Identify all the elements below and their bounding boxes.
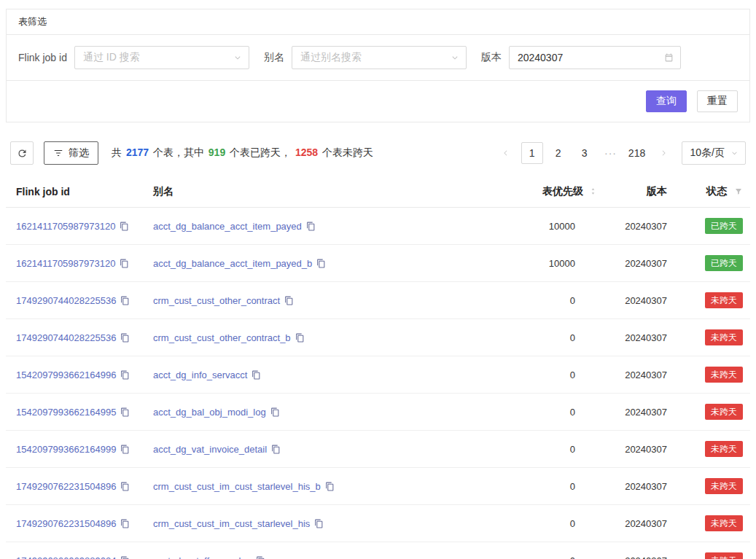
query-button[interactable]: 查询 xyxy=(646,90,687,112)
alias-select[interactable]: 通过别名搜索 xyxy=(292,46,467,69)
pagination-top: 1 2 3 ··· 218 xyxy=(495,142,674,164)
chevron-down-icon xyxy=(233,53,242,62)
version-date-input[interactable]: 20240307 xyxy=(509,46,681,69)
copy-icon[interactable] xyxy=(314,519,324,528)
filter-toggle-button[interactable]: 筛选 xyxy=(44,141,98,165)
alias-link[interactable]: acct_dg_vat_invoice_detail xyxy=(153,444,267,455)
job-id-link[interactable]: 1542097993662164996 xyxy=(16,370,116,380)
version-cell: 20240307 xyxy=(604,245,674,282)
table-row: 1621411705987973120 acct_dg_balance_acct… xyxy=(6,208,750,245)
version-cell: 20240307 xyxy=(604,319,674,356)
copy-icon[interactable] xyxy=(120,370,130,380)
job-id-select[interactable]: 通过 ID 搜索 xyxy=(74,46,249,69)
status-badge: 未跨天 xyxy=(705,441,743,457)
job-id-link[interactable]: 1749290762231504896 xyxy=(16,481,116,492)
reset-button[interactable]: 重置 xyxy=(697,90,738,112)
job-id-link[interactable]: 1621411705987973120 xyxy=(16,221,115,232)
job-id-link[interactable]: 1542097993662164995 xyxy=(16,407,116,418)
col-header-job-id: Flink job id xyxy=(6,176,146,208)
alias-link[interactable]: acct_dg_balance_acct_item_payed xyxy=(153,221,302,232)
copy-icon[interactable] xyxy=(325,482,335,491)
table-row: 1749290866069889024 acct_dg_staff_oper_l… xyxy=(6,542,750,559)
copy-icon[interactable] xyxy=(120,556,130,559)
alias-link[interactable]: crm_cust_cust_im_cust_starlevel_his_b xyxy=(153,481,321,492)
copy-icon[interactable] xyxy=(120,333,130,343)
copy-icon[interactable] xyxy=(316,259,326,268)
next-page-button[interactable] xyxy=(652,142,674,164)
alias-link[interactable]: acct_dg_info_servacct xyxy=(153,370,247,380)
col-header-status: 状态 xyxy=(706,185,727,197)
table-row: 1542097993662164999 acct_dg_vat_invoice_… xyxy=(6,431,750,468)
job-id-link[interactable]: 1749290744028225536 xyxy=(16,332,116,343)
copy-icon[interactable] xyxy=(271,445,281,454)
version-cell: 20240307 xyxy=(604,468,674,505)
copy-icon[interactable] xyxy=(256,556,265,559)
summary-text: 个表未跨天 xyxy=(319,146,373,158)
job-id-link[interactable]: 1621411705987973120 xyxy=(16,258,115,269)
version-cell: 20240307 xyxy=(604,542,674,559)
table-row: 1749290744028225536 crm_cust_cust_other_… xyxy=(6,319,750,356)
chevron-down-icon xyxy=(730,149,739,157)
tables-table: Flink job id 别名 表优先级 版本 状态 1621411705987… xyxy=(6,176,750,559)
copy-icon[interactable] xyxy=(295,333,305,343)
job-id-link[interactable]: 1542097993662164999 xyxy=(16,444,116,455)
filter-toggle-label: 筛选 xyxy=(69,146,89,160)
copy-icon[interactable] xyxy=(120,259,129,268)
filter-panel: 表筛选 Flink job id 通过 ID 搜索 别名 通过别名搜索 版本 2… xyxy=(6,9,750,122)
filter-icon xyxy=(53,148,63,158)
page-button-1[interactable]: 1 xyxy=(521,142,543,164)
copy-icon[interactable] xyxy=(270,407,280,417)
job-id-placeholder: 通过 ID 搜索 xyxy=(83,51,140,64)
priority-cell: 10000 xyxy=(424,208,604,245)
table-header-row: Flink job id 别名 表优先级 版本 状态 xyxy=(6,176,750,208)
col-header-alias: 别名 xyxy=(146,176,424,208)
copy-icon[interactable] xyxy=(120,519,130,528)
status-badge: 未跨天 xyxy=(705,552,743,559)
alias-link[interactable]: acct_dg_bal_obj_modi_log xyxy=(153,407,266,418)
copy-icon[interactable] xyxy=(120,445,130,454)
copy-icon[interactable] xyxy=(120,296,130,305)
page-button-last[interactable]: 218 xyxy=(626,142,648,164)
page-size-select[interactable]: 10条/页 xyxy=(682,141,746,165)
copy-icon[interactable] xyxy=(284,296,294,305)
alias-label: 别名 xyxy=(264,51,284,64)
priority-cell: 0 xyxy=(424,542,604,559)
job-id-link[interactable]: 1749290866069889024 xyxy=(16,555,116,559)
calendar-icon xyxy=(664,53,674,63)
status-badge: 未跨天 xyxy=(705,404,743,420)
alias-link[interactable]: acct_dg_staff_oper_log xyxy=(153,555,252,559)
page-button-3[interactable]: 3 xyxy=(574,142,596,164)
table-row: 1621411705987973120 acct_dg_balance_acct… xyxy=(6,245,750,282)
version-cell: 20240307 xyxy=(604,208,674,245)
alias-link[interactable]: crm_cust_cust_other_contract_b xyxy=(153,332,291,343)
column-filter-icon[interactable] xyxy=(734,187,743,196)
alias-link[interactable]: crm_cust_cust_im_cust_starlevel_his xyxy=(153,518,310,529)
copy-icon[interactable] xyxy=(120,482,130,491)
alias-link[interactable]: acct_dg_balance_acct_item_payed_b xyxy=(153,258,312,269)
table-toolbar: 筛选 共 2177 个表，其中 919 个表已跨天， 1258 个表未跨天 1 … xyxy=(10,141,746,165)
alias-placeholder: 通过别名搜索 xyxy=(300,51,362,64)
page-size-value: 10条/页 xyxy=(690,146,725,160)
refresh-button[interactable] xyxy=(10,141,34,165)
copy-icon[interactable] xyxy=(306,222,316,231)
version-cell: 20240307 xyxy=(604,282,674,319)
copy-icon[interactable] xyxy=(120,222,129,231)
prev-page-button[interactable] xyxy=(495,142,517,164)
alias-link[interactable]: crm_cust_cust_other_contract xyxy=(153,295,280,306)
version-label: 版本 xyxy=(481,51,502,64)
job-id-link[interactable]: 1749290744028225536 xyxy=(16,295,116,306)
page-ellipsis[interactable]: ··· xyxy=(600,142,622,164)
job-id-label: Flink job id xyxy=(18,52,67,63)
table-row: 1749290744028225536 crm_cust_cust_other_… xyxy=(6,282,750,319)
status-badge: 未跨天 xyxy=(705,329,743,345)
copy-icon[interactable] xyxy=(252,370,261,380)
table-summary: 共 2177 个表，其中 919 个表已跨天， 1258 个表未跨天 xyxy=(112,146,373,160)
job-id-link[interactable]: 1749290762231504896 xyxy=(16,518,116,529)
sort-icon[interactable] xyxy=(589,187,597,196)
table-row: 1749290762231504896 crm_cust_cust_im_cus… xyxy=(6,505,750,542)
chevron-down-icon xyxy=(451,53,459,62)
page-button-2[interactable]: 2 xyxy=(547,142,569,164)
table-row: 1542097993662164995 acct_dg_bal_obj_modi… xyxy=(6,394,750,431)
copy-icon[interactable] xyxy=(120,407,130,417)
priority-cell: 10000 xyxy=(424,245,604,282)
